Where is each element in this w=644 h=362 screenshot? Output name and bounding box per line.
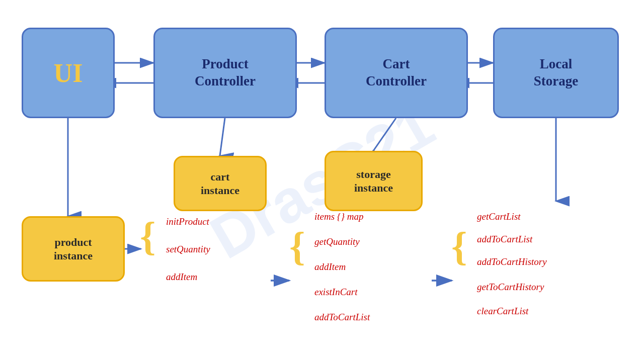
product-instance-label: productinstance bbox=[54, 235, 93, 263]
method-set-quantity: setQuantity bbox=[166, 244, 210, 255]
local-storage-box: LocalStorage bbox=[493, 28, 619, 118]
method-init-product: initProduct bbox=[166, 216, 209, 227]
method-items-map: items {} map bbox=[314, 211, 364, 222]
method-add-to-cart-list: addToCartList bbox=[477, 234, 532, 245]
method-get-cart-list: getCartList bbox=[477, 211, 521, 222]
method-add-to-cart-list-storage: addToCartList bbox=[314, 312, 370, 323]
local-storage-label: LocalStorage bbox=[534, 56, 578, 90]
ui-label: UI bbox=[54, 57, 83, 89]
storage-instance-label: storageinstance bbox=[354, 167, 393, 195]
storage-methods-brace: { bbox=[289, 226, 305, 266]
cart-controller-box: CartController bbox=[325, 28, 468, 118]
method-get-quantity: getQuantity bbox=[314, 236, 360, 247]
product-controller-box: ProductController bbox=[153, 28, 297, 118]
svg-line-11 bbox=[220, 118, 225, 156]
cart-controller-label: CartController bbox=[366, 56, 427, 90]
method-get-to-cart-history: getToCartHistory bbox=[477, 282, 544, 293]
product-methods-brace: { bbox=[140, 216, 156, 256]
product-controller-label: ProductController bbox=[195, 56, 256, 90]
method-clear-cart-list: clearCartList bbox=[477, 306, 528, 317]
ui-box: UI bbox=[22, 28, 115, 118]
method-add-item-storage: addItem bbox=[314, 261, 346, 273]
method-exist-in-cart: existInCart bbox=[314, 287, 358, 298]
cart-instance-box: cartinstance bbox=[174, 156, 267, 211]
cart-instance-label: cartinstance bbox=[201, 170, 239, 198]
method-add-item-product: addItem bbox=[166, 272, 197, 283]
storage-instance-box: storageinstance bbox=[325, 151, 423, 211]
local-storage-methods-brace: { bbox=[451, 226, 467, 266]
svg-line-12 bbox=[373, 118, 396, 151]
method-add-to-cart-history: addToCartHistory bbox=[477, 256, 547, 267]
product-instance-box: productinstance bbox=[22, 216, 125, 282]
